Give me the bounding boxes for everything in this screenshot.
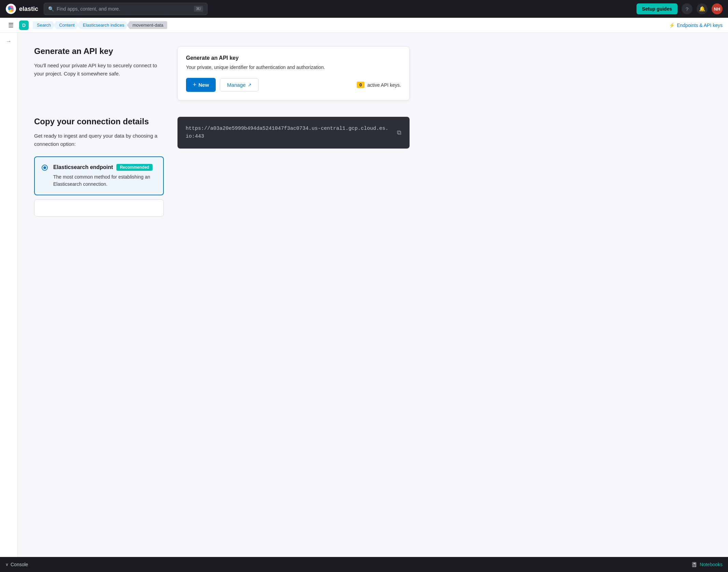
svg-point-4 <box>8 6 11 10</box>
active-keys-label: active API keys. <box>367 82 401 88</box>
elasticsearch-option-title: Elasticsearch endpoint <box>53 164 113 170</box>
breadcrumb-content-link[interactable]: Content <box>54 21 79 29</box>
search-kbd: ⌘/ <box>194 6 203 12</box>
second-connection-option-partial <box>34 199 164 217</box>
endpoints-label: Endpoints & API keys <box>677 23 723 28</box>
connection-details-section-left: Copy your connection details Get ready t… <box>34 117 164 217</box>
search-icon: 🔍 <box>48 6 54 12</box>
main-layout: → Generate an API key You'll need your p… <box>0 33 728 557</box>
plus-icon: + <box>193 81 197 88</box>
radio-inner-dot <box>43 166 46 169</box>
api-key-section-right: Generate an API key Your private, unique… <box>177 46 410 100</box>
sidebar-expand-icon[interactable]: → <box>6 38 12 44</box>
hamburger-menu-button[interactable]: ☰ <box>5 20 16 30</box>
manage-api-keys-button[interactable]: Manage ↗ <box>220 78 258 92</box>
chevron-down-icon: ∨ <box>5 562 9 567</box>
d-badge: D <box>19 20 29 30</box>
endpoints-api-keys-link[interactable]: ⚡ Endpoints & API keys <box>669 23 723 28</box>
manage-button-label: Manage <box>227 82 245 88</box>
option-content-elasticsearch: Elasticsearch endpoint Recommended The m… <box>53 164 156 188</box>
breadcrumb-content[interactable]: Content <box>55 21 79 29</box>
api-key-section-left: Generate an API key You'll need your pri… <box>34 46 164 100</box>
url-box: https://a03a20e5999b494da5241047f3ac0734… <box>177 117 410 149</box>
external-link-icon: ↗ <box>248 82 252 87</box>
avatar[interactable]: NH <box>712 3 723 14</box>
connection-details-section: Copy your connection details Get ready t… <box>34 117 410 217</box>
breadcrumb-elasticsearch-indices[interactable]: Elasticsearch indices <box>79 21 128 29</box>
api-key-section: Generate an API key You'll need your pri… <box>34 46 410 100</box>
breadcrumb-movement-data[interactable]: movement-data <box>128 21 167 29</box>
content-inner: Generate an API key You'll need your pri… <box>34 46 410 217</box>
svg-point-5 <box>11 8 14 12</box>
bell-icon: 🔔 <box>699 6 705 12</box>
endpoints-icon: ⚡ <box>669 23 675 28</box>
global-search-bar[interactable]: 🔍 Find apps, content, and more. ⌘/ <box>44 3 208 15</box>
console-toggle[interactable]: ∨ Console <box>5 562 28 567</box>
api-key-card: Generate an API key Your private, unique… <box>177 46 410 100</box>
connection-details-title: Copy your connection details <box>34 117 164 126</box>
search-placeholder: Find apps, content, and more. <box>57 6 120 12</box>
connection-details-description: Get ready to ingest and query your data … <box>34 132 164 148</box>
console-label-text: Console <box>11 562 28 567</box>
elastic-logo[interactable]: elastic <box>5 3 38 14</box>
help-icon: ? <box>686 6 688 12</box>
api-key-actions: + New Manage ↗ 0 active API keys. <box>186 78 401 92</box>
console-bar: ∨ Console 📓 Notebooks <box>0 557 728 572</box>
api-key-section-description: You'll need your private API key to secu… <box>34 61 164 78</box>
breadcrumb-movement-data-link[interactable]: movement-data <box>127 21 167 29</box>
elastic-logo-text: elastic <box>19 5 38 13</box>
nav-right: Setup guides ? 🔔 NH <box>637 3 723 14</box>
hamburger-icon: ☰ <box>8 22 14 29</box>
active-keys-badge: 0 active API keys. <box>357 82 401 88</box>
api-key-card-description: Your private, unique identifier for auth… <box>186 64 401 71</box>
breadcrumb-search-link[interactable]: Search <box>33 21 55 29</box>
breadcrumb-search[interactable]: Search <box>33 21 55 29</box>
notebooks-label: Notebooks <box>700 562 723 567</box>
top-navigation: elastic 🔍 Find apps, content, and more. … <box>0 0 728 18</box>
new-api-key-button[interactable]: + New <box>186 78 216 92</box>
notebooks-icon: 📓 <box>691 562 697 567</box>
help-icon-button[interactable]: ? <box>682 3 693 14</box>
main-content: Generate an API key You'll need your pri… <box>18 33 728 557</box>
breadcrumbs: Search Content Elasticsearch indices mov… <box>33 21 167 29</box>
elastic-logo-icon <box>5 3 16 14</box>
breadcrumb-bar: ☰ D Search Content Elasticsearch indices… <box>0 18 728 33</box>
radio-button-elasticsearch[interactable] <box>42 165 48 171</box>
new-button-label: New <box>199 82 209 88</box>
copy-url-button[interactable]: ⧉ <box>397 129 401 136</box>
active-keys-count: 0 <box>357 82 365 88</box>
sidebar: → <box>0 33 18 557</box>
connection-details-section-right: https://a03a20e5999b494da5241047f3ac0734… <box>177 117 410 217</box>
recommended-badge: Recommended <box>116 164 153 171</box>
api-key-section-title: Generate an API key <box>34 46 164 56</box>
setup-guides-button[interactable]: Setup guides <box>637 3 677 14</box>
breadcrumb-elasticsearch-indices-link[interactable]: Elasticsearch indices <box>77 21 128 29</box>
elasticsearch-endpoint-option[interactable]: Elasticsearch endpoint Recommended The m… <box>34 156 164 195</box>
option-header-elasticsearch: Elasticsearch endpoint Recommended <box>53 164 156 171</box>
notebooks-button[interactable]: 📓 Notebooks <box>691 562 723 567</box>
api-key-card-title: Generate an API key <box>186 55 401 61</box>
elasticsearch-option-description: The most common method for establishing … <box>53 173 156 188</box>
notifications-button[interactable]: 🔔 <box>697 3 708 14</box>
connection-url-text: https://a03a20e5999b494da5241047f3ac0734… <box>186 125 391 140</box>
